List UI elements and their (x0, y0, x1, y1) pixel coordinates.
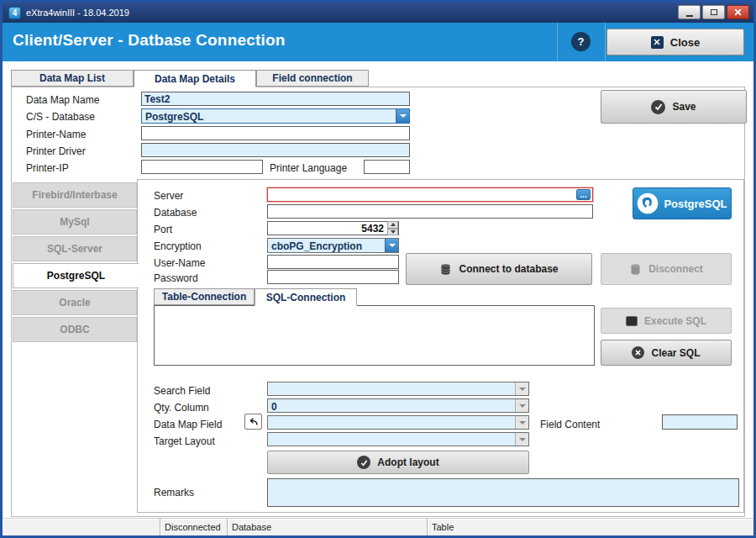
username-label: User-Name (154, 257, 205, 269)
postgresql-logo-button[interactable]: PostgreSQL (633, 187, 732, 219)
chevron-down-icon[interactable] (515, 382, 528, 395)
db-tab-label: PostgreSQL (47, 270, 105, 282)
qty-column-select[interactable]: 0 (267, 398, 529, 413)
disconnect-button[interactable]: Disconnect (601, 253, 732, 285)
maximize-button[interactable] (702, 5, 725, 19)
connect-button[interactable]: Connect to database (406, 253, 592, 285)
tab-sql-connection[interactable]: SQL-Connection (255, 288, 357, 306)
encryption-select[interactable]: cboPG_Encryption (267, 238, 399, 253)
window-close-button[interactable] (727, 5, 749, 19)
close-button[interactable]: Close (606, 29, 744, 55)
browse-ellipsis-button[interactable]: ... (576, 189, 591, 200)
spin-up-icon[interactable] (387, 221, 398, 229)
minimize-icon (686, 15, 693, 17)
cs-database-label: C/S - Database (26, 111, 95, 123)
db-tab-label: SQL-Server (47, 243, 102, 255)
tab-data-map-list[interactable]: Data Map List (11, 70, 134, 87)
sidebar-item-mysql[interactable]: MySql (13, 209, 137, 235)
clear-sql-button[interactable]: Clear SQL (601, 340, 732, 366)
undo-arrow-icon (249, 417, 259, 427)
close-x-icon (651, 36, 664, 49)
port-label: Port (154, 224, 172, 235)
password-label: Password (154, 272, 198, 284)
sql-query-textarea[interactable] (154, 305, 595, 366)
sidebar-item-odbc[interactable]: ODBC (13, 317, 137, 342)
status-connection-state: Disconnected (160, 519, 228, 535)
data-map-name-label: Data Map Name (26, 94, 99, 106)
execute-sql-label: Execute SQL (644, 315, 706, 327)
elephant-icon (637, 193, 659, 214)
minimize-button[interactable] (678, 5, 701, 19)
search-field-select[interactable] (267, 382, 529, 396)
remarks-label: Remarks (154, 487, 194, 498)
db-tab-label: ODBC (60, 324, 89, 335)
undo-button[interactable] (244, 414, 262, 430)
app-logo-icon: 4 (8, 7, 21, 19)
printer-language-label: Printer Language (270, 162, 347, 174)
remarks-input[interactable] (267, 478, 739, 507)
connect-button-label: Connect to database (459, 263, 558, 275)
field-content-label: Field Content (540, 419, 600, 430)
port-spinner[interactable] (387, 221, 398, 235)
printer-name-input[interactable] (141, 126, 410, 140)
close-icon (734, 8, 742, 16)
chevron-down-icon[interactable] (396, 109, 409, 123)
data-map-field-value (268, 416, 515, 429)
field-content-input[interactable] (662, 414, 738, 430)
tab-table-connection[interactable]: Table-Connection (154, 288, 255, 305)
database-disconnect-icon (629, 263, 642, 276)
data-map-name-input[interactable] (141, 92, 410, 106)
tab-label: SQL-Connection (266, 292, 346, 303)
tab-data-map-details[interactable]: Data Map Details (134, 70, 256, 87)
username-input[interactable] (267, 255, 399, 269)
tab-label: Data Map Details (155, 73, 235, 85)
chevron-down-icon[interactable] (515, 433, 528, 446)
titlebar: 4 eXtra4winIII - 18.04.2019 (3, 3, 753, 23)
password-input[interactable] (267, 270, 399, 284)
chevron-down-icon[interactable] (515, 416, 528, 429)
db-tab-label: Firebird/Interbase (32, 189, 117, 201)
sidebar-item-oracle[interactable]: Oracle (13, 290, 137, 315)
spin-down-icon[interactable] (387, 229, 398, 236)
data-map-field-select[interactable] (267, 415, 529, 430)
printer-driver-input[interactable] (141, 143, 410, 157)
qty-column-value: 0 (268, 399, 515, 412)
port-input[interactable] (267, 221, 399, 235)
printer-ip-input[interactable] (141, 160, 263, 174)
close-button-label: Close (670, 36, 700, 49)
db-tab-label: MySql (60, 216, 89, 228)
window-title: eXtra4winIII - 18.04.2019 (26, 8, 129, 18)
sidebar-item-firebird-interbase[interactable]: Firebird/Interbase (13, 182, 137, 208)
help-button[interactable]: ? (571, 32, 591, 51)
encryption-label: Encryption (154, 240, 202, 252)
server-input[interactable] (267, 187, 593, 202)
disconnect-button-label: Disconnect (648, 263, 703, 275)
chevron-down-icon[interactable] (515, 399, 528, 412)
execute-sql-button[interactable]: Execute SQL (601, 308, 732, 334)
save-button-label: Save (672, 101, 696, 113)
printer-driver-label: Printer Driver (26, 145, 86, 157)
cs-database-select[interactable]: PostgreSQL (141, 108, 410, 124)
check-circle-icon (651, 100, 665, 114)
header-divider (557, 23, 558, 61)
adopt-layout-label: Adopt layout (377, 456, 438, 468)
chevron-down-icon[interactable] (385, 239, 398, 252)
printer-language-input[interactable] (364, 160, 410, 174)
server-label: Server (154, 190, 183, 202)
maximize-icon (711, 9, 717, 15)
window-controls (678, 5, 749, 19)
adopt-layout-button[interactable]: Adopt layout (267, 451, 529, 474)
sidebar-item-postgresql[interactable]: PostgreSQL (13, 263, 139, 288)
database-input[interactable] (267, 204, 593, 219)
target-layout-select[interactable] (267, 432, 529, 446)
tab-field-connection[interactable]: Field connection (256, 70, 369, 87)
tab-label: Table-Connection (162, 291, 246, 303)
tab-label: Data Map List (39, 72, 105, 84)
terminal-icon (626, 316, 638, 326)
target-layout-value (268, 433, 515, 446)
status-text: Database (232, 522, 271, 532)
page-header: Client/Server - Datbase Connection ? Clo… (3, 23, 753, 61)
database-icon (439, 263, 452, 276)
save-button[interactable]: Save (601, 90, 747, 124)
sidebar-item-sql-server[interactable]: SQL-Server (13, 236, 137, 261)
